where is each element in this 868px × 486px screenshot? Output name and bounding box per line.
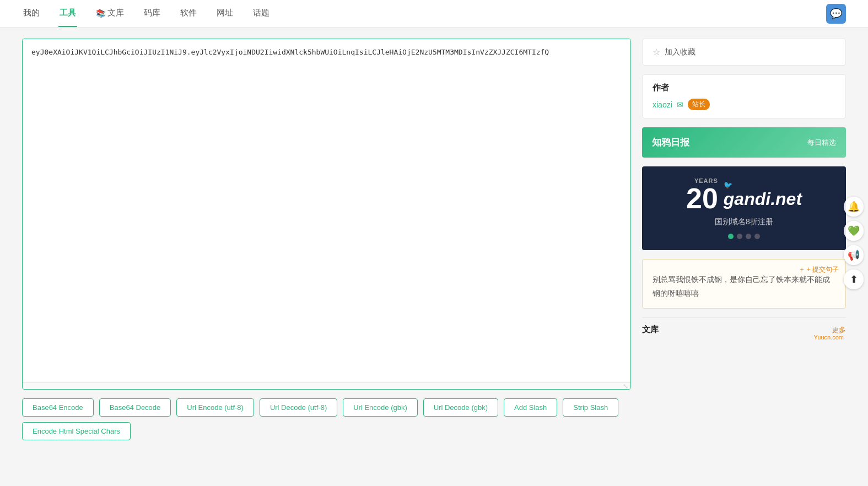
submit-label: + 提交句子 (807, 265, 839, 274)
ad-bird-icon: 🐦 (724, 181, 732, 189)
ad-dot-2[interactable] (737, 234, 742, 239)
sentence-submit-button[interactable]: ＋ + 提交句子 (799, 265, 839, 274)
ad-dot-1[interactable] (728, 234, 734, 239)
email-icon: ✉ (677, 100, 683, 109)
ad-number: 20 (686, 184, 718, 213)
plus-icon: ＋ (799, 265, 805, 274)
ad-dot-4[interactable] (754, 234, 760, 239)
base64-encode-button[interactable]: Base64 Encode (22, 398, 94, 417)
chat-icon: 💬 (830, 8, 842, 20)
nav-label-maku: 码库 (144, 8, 160, 18)
nav-label-mine: 我的 (23, 8, 40, 18)
main-textarea[interactable]: eyJ0eXAiOiJKV1QiLCJhbGciOiJIUzI1NiJ9.eyJ… (23, 39, 630, 381)
nav-label-url: 网址 (217, 8, 233, 18)
float-weibo-icon[interactable]: 📢 (844, 245, 864, 265)
favorite-box[interactable]: ☆ 加入收藏 (642, 39, 846, 66)
resize-icon: ⤡ (623, 382, 628, 390)
ad-brand: gandi.net (724, 189, 802, 209)
chat-button[interactable]: 💬 (826, 4, 846, 24)
nav-item-mine[interactable]: 我的 (22, 0, 41, 27)
nav-item-wenku[interactable]: 📚 文库 (95, 0, 125, 27)
author-box: 作者 xiaozi ✉ 站长 (642, 74, 846, 118)
float-wechat-icon[interactable]: 💚 (844, 221, 864, 241)
wenku-nav-icon: 📚 (96, 9, 105, 18)
float-top-icon[interactable]: ⬆ (844, 269, 864, 289)
nav-items: 我的 工具 📚 文库 码库 软件 网址 话题 (22, 0, 271, 27)
add-slash-button[interactable]: Add Slash (504, 398, 557, 417)
encode-html-button[interactable]: Encode Html Special Chars (22, 422, 131, 440)
nav-item-software[interactable]: 软件 (179, 0, 198, 27)
nav-item-maku[interactable]: 码库 (143, 0, 161, 27)
right-sidebar: ☆ 加入收藏 作者 xiaozi ✉ 站长 知鸦日报 每日精选 YEARS 20 (642, 39, 846, 440)
ad-subtitle: 国别域名8折注册 (652, 217, 836, 227)
url-encode-utf8-button[interactable]: Url Encode (utf-8) (176, 398, 254, 417)
daily-title: 知鸦日报 (652, 136, 689, 149)
main-layout: eyJ0eXAiOiJKV1QiLCJhbGciOiJIUzI1NiJ9.eyJ… (0, 28, 868, 451)
float-bell-icon[interactable]: 🔔 (844, 197, 864, 217)
nav-item-url[interactable]: 网址 (215, 0, 234, 27)
url-decode-utf8-button[interactable]: Url Decode (utf-8) (260, 398, 337, 417)
star-icon: ☆ (653, 47, 660, 57)
nav-label-software: 软件 (180, 8, 197, 18)
left-content: eyJ0eXAiOiJKV1QiLCJhbGciOiJIUzI1NiJ9.eyJ… (22, 39, 631, 440)
ad-dots (652, 234, 836, 239)
ad-logo: YEARS 20 🐦 gandi.net (652, 177, 836, 213)
nav-label-topic: 话题 (253, 8, 269, 18)
url-decode-gbk-button[interactable]: Url Decode (gbk) (423, 398, 498, 417)
right-float: 🔔 💚 📢 ⬆ (839, 192, 868, 294)
ad-box[interactable]: YEARS 20 🐦 gandi.net 国别域名8折注册 (642, 166, 846, 250)
wenku-container: 文库 更多 Yuucn.com (642, 317, 846, 343)
nav-label-wenku: 文库 (107, 8, 124, 18)
nav-bar: 我的 工具 📚 文库 码库 软件 网址 话题 💬 (0, 0, 868, 28)
text-area-wrapper: eyJ0eXAiOiJKV1QiLCJhbGciOiJIUzI1NiJ9.eyJ… (22, 39, 631, 390)
url-encode-gbk-button[interactable]: Url Encode (gbk) (343, 398, 418, 417)
favorite-label: 加入收藏 (665, 47, 696, 57)
base64-decode-button[interactable]: Base64 Decode (99, 398, 171, 417)
nav-item-tools[interactable]: 工具 (58, 0, 77, 27)
wenku-more-button[interactable]: 更多 (832, 325, 846, 335)
nav-right: 💬 (826, 4, 846, 24)
sentence-box: ＋ + 提交句子 别总骂我恨铁不成钢，是你自己忘了铁本来就不能成钢的呀嘻嘻嘻 (642, 259, 846, 309)
daily-box[interactable]: 知鸦日报 每日精选 (642, 127, 846, 158)
ad-dot-3[interactable] (746, 234, 751, 239)
daily-subtitle: 每日精选 (807, 138, 836, 148)
author-name[interactable]: xiaozi (653, 100, 672, 109)
author-info: xiaozi ✉ 站长 (653, 99, 835, 110)
textarea-resize-handle[interactable]: ⤡ (23, 382, 630, 389)
watermark: Yuucn.com (640, 334, 844, 341)
sentence-text: 别总骂我恨铁不成钢，是你自己忘了铁本来就不能成钢的呀嘻嘻嘻 (653, 273, 835, 300)
author-title: 作者 (653, 83, 835, 93)
nav-item-topic[interactable]: 话题 (252, 0, 271, 27)
nav-label-tools: 工具 (60, 8, 76, 18)
wenku-box: 文库 更多 (642, 317, 846, 335)
author-badge: 站长 (688, 99, 710, 110)
strip-slash-button[interactable]: Strip Slash (563, 398, 618, 417)
buttons-row: Base64 Encode Base64 Decode Url Encode (… (22, 398, 631, 440)
